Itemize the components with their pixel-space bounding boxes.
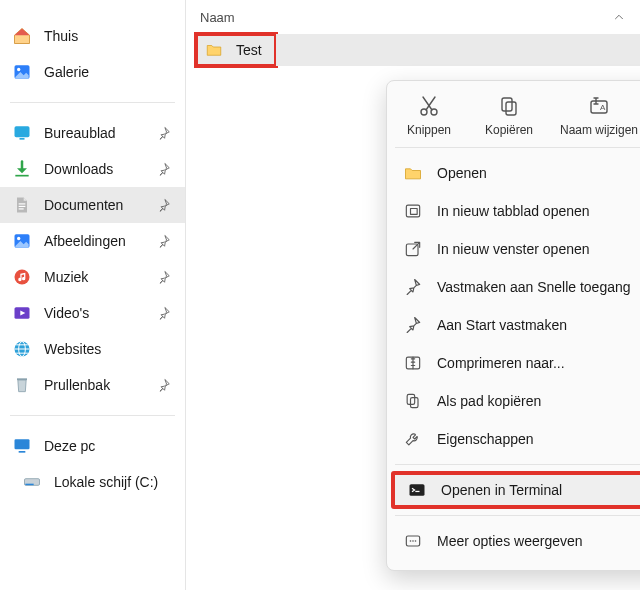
svg-rect-18 [25, 484, 33, 486]
sidebar-item-downloads[interactable]: Downloads [0, 151, 185, 187]
ctx-label: In nieuw venster openen [437, 241, 640, 257]
pin-icon [157, 198, 173, 212]
sidebar-item-thispc[interactable]: Deze pc [0, 428, 185, 464]
sidebar-item-label: Websites [44, 341, 173, 357]
svg-rect-16 [19, 451, 26, 453]
column-header[interactable]: Naam [186, 0, 640, 34]
separator [395, 464, 640, 465]
sidebar-item-music[interactable]: Muziek [0, 259, 185, 295]
sidebar-item-videos[interactable]: Video's [0, 295, 185, 331]
sidebar-item-gallery[interactable]: Galerie [0, 54, 185, 90]
svg-rect-32 [415, 491, 419, 492]
ctx-open-newtab[interactable]: In nieuw tabblad openen [387, 192, 640, 230]
ctx-label: Openen in Terminal [441, 482, 640, 498]
sidebar-item-label: Thuis [44, 28, 173, 44]
pin-icon [157, 270, 173, 284]
sidebar-item-label: Video's [44, 305, 145, 321]
svg-rect-26 [411, 209, 418, 215]
sidebar-item-label: Afbeeldingen [44, 233, 145, 249]
folder-row[interactable]: Test [186, 34, 640, 66]
ctx-rename[interactable]: A Naam wijzigen [549, 93, 640, 137]
sidebar-item-label: Muziek [44, 269, 145, 285]
divider [10, 415, 175, 416]
svg-point-10 [15, 270, 30, 285]
ctx-label: Vastmaken aan Snelle toegang [437, 279, 640, 295]
svg-rect-5 [19, 203, 26, 204]
sidebar-item-desktop[interactable]: Bureaublad [0, 115, 185, 151]
sidebar-item-drive-c[interactable]: Lokale schijf (C:) [0, 464, 185, 500]
svg-rect-22 [506, 102, 516, 115]
sidebar-item-recycle[interactable]: Prullenbak [0, 367, 185, 403]
sidebar-item-label: Documenten [44, 197, 145, 213]
ctx-label: Eigenschappen [437, 431, 640, 447]
more-icon [403, 531, 423, 551]
svg-rect-6 [19, 206, 26, 207]
ctx-label: Aan Start vastmaken [437, 317, 640, 333]
svg-rect-31 [410, 484, 425, 496]
zip-icon [403, 353, 423, 373]
folder-open-icon [403, 163, 423, 183]
sidebar-item-label: Galerie [44, 64, 173, 80]
ctx-copy-path[interactable]: Als pad kopiëren Ctrl+Shift+C [387, 382, 640, 420]
terminal-icon [407, 480, 427, 500]
svg-point-36 [415, 540, 417, 542]
ctx-top-label: Naam wijzigen [560, 123, 638, 137]
copy-icon [496, 93, 522, 119]
sidebar-item-label: Deze pc [44, 438, 173, 454]
ctx-open[interactable]: Openen Enter [387, 154, 640, 192]
pictures-icon [12, 231, 32, 251]
cut-icon [416, 93, 442, 119]
sidebar-item-documents[interactable]: Documenten [0, 187, 185, 223]
svg-point-1 [17, 68, 20, 71]
sidebar-item-label: Prullenbak [44, 377, 145, 393]
ctx-copy[interactable]: Kopiëren [469, 93, 549, 137]
svg-rect-21 [502, 98, 512, 111]
sidebar-item-home[interactable]: Thuis [0, 18, 185, 54]
music-icon [12, 267, 32, 287]
recycle-icon [12, 375, 32, 395]
pin-icon [157, 378, 173, 392]
ctx-pin-quickaccess[interactable]: Vastmaken aan Snelle toegang [387, 268, 640, 306]
pin-start-icon [403, 315, 423, 335]
ctx-open-terminal[interactable]: Openen in Terminal [391, 471, 640, 509]
sidebar-item-label: Downloads [44, 161, 145, 177]
pin-icon [157, 234, 173, 248]
folder-test-highlight[interactable]: Test [196, 34, 276, 66]
svg-point-9 [17, 237, 20, 240]
newwindow-icon [403, 239, 423, 259]
ctx-label: Meer opties weergeven [437, 533, 640, 549]
copypath-icon [403, 391, 423, 411]
chevron-up-icon [612, 10, 626, 24]
sidebar: Thuis Galerie Bureaublad Downloads [0, 0, 186, 590]
gallery-icon [12, 62, 32, 82]
home-icon [12, 26, 32, 46]
ctx-label: Openen [437, 165, 640, 181]
ctx-cut[interactable]: Knippen [389, 93, 469, 137]
ctx-more-options[interactable]: Meer opties weergeven [387, 522, 640, 560]
ctx-compress[interactable]: Comprimeren naar... [387, 344, 640, 382]
svg-point-35 [412, 540, 414, 542]
ctx-top-label: Knippen [407, 123, 451, 137]
pin-icon [157, 126, 173, 140]
svg-rect-4 [15, 175, 28, 177]
ctx-open-newwindow[interactable]: In nieuw venster openen [387, 230, 640, 268]
separator [395, 515, 640, 516]
sidebar-item-websites[interactable]: Websites [0, 331, 185, 367]
desktop-icon [12, 123, 32, 143]
ctx-properties[interactable]: Eigenschappen Alt+Enter [387, 420, 640, 458]
pc-icon [12, 436, 32, 456]
folder-icon [204, 40, 224, 60]
newtab-icon [403, 201, 423, 221]
sidebar-item-pictures[interactable]: Afbeeldingen [0, 223, 185, 259]
row-selection-bg [276, 34, 640, 66]
ctx-pin-start[interactable]: Aan Start vastmaken [387, 306, 640, 344]
svg-rect-7 [19, 208, 24, 209]
main-area: Naam Test Knippen Kopiëren [186, 0, 640, 590]
videos-icon [12, 303, 32, 323]
sidebar-item-label: Bureaublad [44, 125, 145, 141]
sidebar-item-label: Lokale schijf (C:) [54, 474, 173, 490]
ctx-label: Als pad kopiëren [437, 393, 640, 409]
globe-icon [12, 339, 32, 359]
svg-rect-2 [15, 126, 30, 137]
divider [10, 102, 175, 103]
